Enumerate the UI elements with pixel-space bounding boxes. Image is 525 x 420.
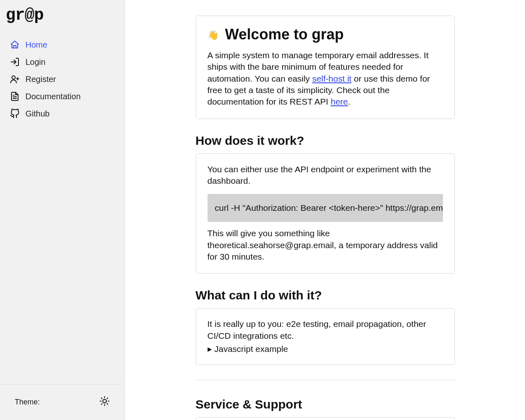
theme-label: Theme: (15, 398, 40, 406)
curl-codeblock[interactable]: curl -H "Authorization: Bearer <token-he… (208, 194, 443, 222)
page-title: 👋 Welcome to grap (208, 26, 443, 43)
sidebar-item-label: Home (25, 40, 47, 50)
usecases-p1: It is really up to you: e2e testing, ema… (208, 318, 443, 342)
sidebar-item-label: Documentation (25, 92, 81, 101)
file-text-icon (10, 91, 20, 101)
login-icon (10, 57, 20, 67)
curl-code-text: curl -H "Authorization: Bearer <token-he… (215, 203, 443, 212)
sidebar-item-register[interactable]: Register (3, 71, 121, 88)
section-divider (196, 380, 455, 380)
svg-point-1 (103, 399, 107, 403)
sun-icon (99, 396, 110, 406)
wave-icon: 👋 (208, 30, 219, 40)
js-example-toggle[interactable]: ▶ Javascript example (208, 344, 443, 354)
sidebar-item-login[interactable]: Login (3, 53, 121, 71)
sidebar-item-label: Login (25, 57, 46, 67)
sidebar-nav: Home Login Register Documentation Github (0, 36, 125, 384)
sidebar: gr@p Home Login Register Documentation G… (0, 0, 125, 420)
main-scroll[interactable]: 👋 Welcome to grap A simple system to man… (125, 0, 525, 420)
sidebar-item-documentation[interactable]: Documentation (3, 88, 121, 105)
sidebar-item-label: Github (25, 109, 50, 119)
sidebar-item-label: Register (25, 75, 56, 84)
triangle-right-icon: ▶ (208, 346, 212, 352)
usecases-card: It is really up to you: e2e testing, ema… (196, 308, 455, 365)
github-icon (10, 109, 20, 119)
js-example-label: Javascript example (215, 344, 288, 354)
api-docs-link[interactable]: here (331, 97, 348, 106)
welcome-text-3: . (348, 97, 350, 106)
usecases-heading: What can I do with it? (196, 288, 455, 302)
self-host-link[interactable]: self-host it (312, 74, 352, 83)
support-card (196, 417, 455, 420)
support-heading: Service & Support (196, 397, 455, 411)
how-p1: You can either use the API endpoint or e… (208, 164, 443, 187)
sidebar-item-home[interactable]: Home (3, 36, 121, 53)
home-icon (10, 40, 20, 50)
page-title-text: Welcome to grap (225, 26, 344, 43)
svg-point-0 (12, 76, 15, 79)
welcome-paragraph: A simple system to manage temporary emai… (208, 50, 443, 108)
how-card: You can either use the API endpoint or e… (196, 153, 455, 274)
theme-row: Theme: (0, 384, 125, 420)
app-logo: gr@p (0, 0, 125, 36)
user-plus-icon (10, 74, 20, 84)
sidebar-item-github[interactable]: Github (3, 105, 121, 122)
how-heading: How does it work? (196, 134, 455, 148)
how-p2: This will give you something like theore… (208, 228, 443, 262)
main-content: 👋 Welcome to grap A simple system to man… (178, 0, 473, 420)
theme-toggle[interactable] (99, 396, 110, 409)
welcome-card: 👋 Welcome to grap A simple system to man… (196, 16, 455, 119)
